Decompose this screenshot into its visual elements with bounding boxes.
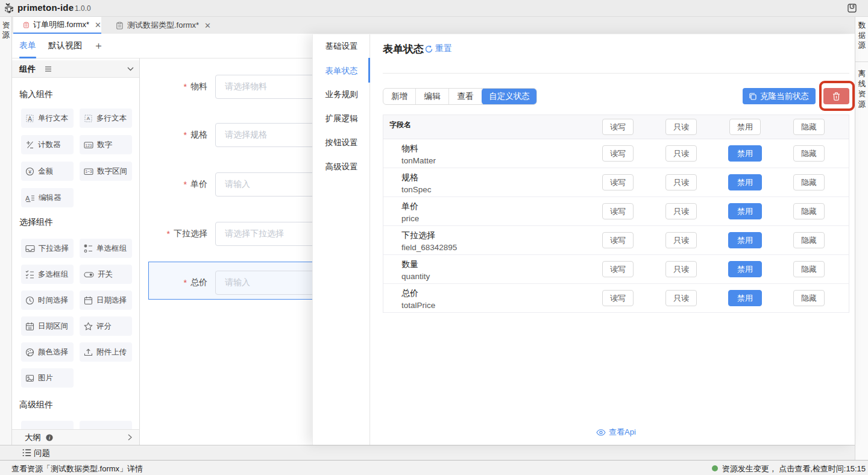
svg-text:A: A xyxy=(28,115,32,122)
svg-text:A: A xyxy=(87,115,90,121)
svg-text:¥: ¥ xyxy=(28,168,31,174)
svg-text:1~3: 1~3 xyxy=(85,169,92,174)
svg-text:A: A xyxy=(25,194,30,201)
svg-text:123: 123 xyxy=(86,143,92,147)
